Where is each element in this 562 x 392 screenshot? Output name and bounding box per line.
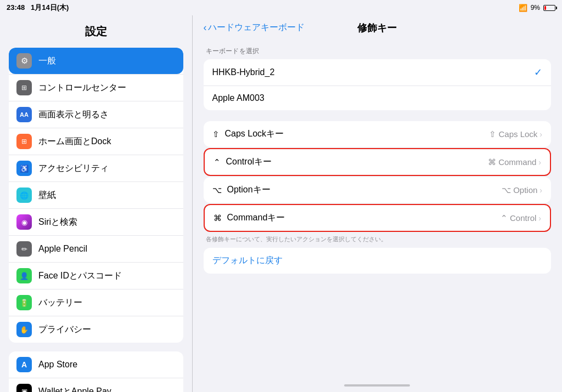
appstore-icon: A xyxy=(16,357,32,372)
sidebar-item-pencil[interactable]: ✏ Apple Pencil xyxy=(9,235,183,262)
modifier-card-control: ⌃ Controlキー ⌘ Command › xyxy=(204,148,552,176)
home-bar xyxy=(344,384,410,387)
content-area: ‹ ハードウェアキーボード 修飾キー キーボードを選択 HHKB-Hybrid_… xyxy=(193,15,563,392)
modifier-card-caps-lock: ⇧ Caps Lockキー ⇧ Caps Lock › xyxy=(204,121,552,147)
sidebar-item-battery[interactable]: 🔋 バッテリー xyxy=(9,289,183,316)
battery-icon xyxy=(543,5,555,11)
sidebar-title: 設定 xyxy=(0,20,192,48)
sidebar-item-wallpaper[interactable]: 🌐 壁紙 xyxy=(9,181,183,208)
sidebar-label-appstore: App Store xyxy=(38,360,77,370)
status-bar: 23:48 1月14日(木) 📶 9% xyxy=(0,0,562,15)
sidebar-item-general[interactable]: ⚙ 一般 xyxy=(9,48,183,74)
keyboard-row-apple[interactable]: Apple AM003 xyxy=(204,86,552,110)
command-current-symbol: ⌃ xyxy=(501,213,508,223)
modifier-row-command[interactable]: ⌘ Commandキー ⌃ Control › xyxy=(205,205,550,231)
battery-percent: 9% xyxy=(531,4,540,12)
sidebar-label-home: ホーム画面とDock xyxy=(38,136,111,147)
caps-lock-label: ⇧ Caps Lockキー xyxy=(212,128,284,140)
caps-lock-value: ⇧ Caps Lock › xyxy=(489,129,542,139)
wallpaper-icon: 🌐 xyxy=(16,188,32,203)
caps-lock-current-symbol: ⇧ xyxy=(489,129,496,139)
sidebar-item-display[interactable]: AA 画面表示と明るさ xyxy=(9,101,183,128)
option-value: ⌥ Option › xyxy=(502,185,542,195)
sidebar-label-display: 画面表示と明るさ xyxy=(38,109,109,121)
status-time: 23:48 1月14日(木) xyxy=(7,3,69,13)
sidebar-item-accessibility[interactable]: ♿ アクセシビリティ xyxy=(9,155,183,181)
control-center-icon: ⊞ xyxy=(16,80,32,95)
sidebar-label-general: 一般 xyxy=(38,55,56,67)
home-indicator xyxy=(193,381,563,392)
checkmark-icon: ✓ xyxy=(534,66,542,78)
modifier-card-option: ⌥ Optionキー ⌥ Option › xyxy=(204,177,552,203)
control-symbol: ⌃ xyxy=(213,157,221,167)
sidebar-label-privacy: プライバシー xyxy=(38,324,91,336)
modifier-row-caps-lock[interactable]: ⇧ Caps Lockキー ⇧ Caps Lock › xyxy=(204,121,552,147)
sidebar-label-pencil: Apple Pencil xyxy=(38,244,87,254)
modifier-row-option[interactable]: ⌥ Optionキー ⌥ Option › xyxy=(204,177,552,203)
sidebar-item-siri[interactable]: ◉ Siriと検索 xyxy=(9,208,183,235)
default-button-label: デフォルトに戻す xyxy=(212,255,283,265)
sidebar-label-faceid: Face IDとパスコード xyxy=(38,270,122,282)
keyboard-hhkb-check: ✓ xyxy=(534,66,542,78)
command-chevron: › xyxy=(538,214,541,223)
sidebar-item-home[interactable]: ⊞ ホーム画面とDock xyxy=(9,128,183,155)
pencil-icon: ✏ xyxy=(16,241,32,257)
control-current-symbol: ⌘ xyxy=(488,157,496,167)
control-label: ⌃ Controlキー xyxy=(213,156,272,168)
sidebar-item-faceid[interactable]: 👤 Face IDとパスコード xyxy=(9,262,183,289)
option-label: ⌥ Optionキー xyxy=(212,184,271,196)
sidebar-item-privacy[interactable]: ✋ プライバシー xyxy=(9,316,183,343)
privacy-icon: ✋ xyxy=(16,322,32,337)
modifier-keys-section: ⇧ Caps Lockキー ⇧ Caps Lock › xyxy=(204,121,552,232)
option-symbol: ⌥ xyxy=(212,185,222,195)
caps-lock-symbol: ⇧ xyxy=(212,129,220,139)
sidebar-label-control-center: コントロールセンター xyxy=(38,82,126,94)
status-indicators: 📶 9% xyxy=(519,4,555,12)
option-current-symbol: ⌥ xyxy=(502,185,511,195)
back-chevron-icon: ‹ xyxy=(204,22,207,33)
sidebar-label-siri: Siriと検索 xyxy=(38,217,77,228)
back-button[interactable]: ‹ ハードウェアキーボード xyxy=(204,22,305,33)
hint-text: 各修飾キーについて、実行したいアクションを選択してください。 xyxy=(204,234,552,248)
siri-icon: ◉ xyxy=(16,214,32,230)
command-symbol: ⌘ xyxy=(213,213,222,223)
sidebar-item-control-center[interactable]: ⊞ コントロールセンター xyxy=(9,74,183,101)
content-body: キーボードを選択 HHKB-Hybrid_2 ✓ Apple AM003 xyxy=(193,38,563,381)
wifi-icon: 📶 xyxy=(519,4,527,12)
keyboard-name-apple: Apple AM003 xyxy=(212,93,265,103)
battery-sidebar-icon: 🔋 xyxy=(16,295,32,310)
sidebar-label-battery: バッテリー xyxy=(38,297,82,309)
page-title: 修飾キー xyxy=(357,22,397,33)
sidebar-item-wallet[interactable]: ▣ WalletとApple Pay xyxy=(9,378,183,392)
keyboard-name-hhkb: HHKB-Hybrid_2 xyxy=(212,67,275,77)
faceid-icon: 👤 xyxy=(16,268,32,283)
nav-header: ‹ ハードウェアキーボード 修飾キー xyxy=(193,15,563,38)
modifier-row-control[interactable]: ⌃ Controlキー ⌘ Command › xyxy=(205,149,550,175)
option-chevron: › xyxy=(539,186,542,195)
wallet-icon: ▣ xyxy=(16,384,32,392)
command-label: ⌘ Commandキー xyxy=(213,212,285,224)
caps-lock-chevron: › xyxy=(539,130,542,139)
control-chevron: › xyxy=(538,158,541,167)
sidebar-label-wallpaper: 壁紙 xyxy=(38,190,56,201)
sidebar-section-1: ⚙ 一般 ⊞ コントロールセンター AA 画面表示と明るさ ⊞ ホーム画面とDo… xyxy=(9,48,183,343)
keyboard-row-hhkb[interactable]: HHKB-Hybrid_2 ✓ xyxy=(204,59,552,86)
back-label: ハードウェアキーボード xyxy=(208,22,305,33)
control-value: ⌘ Command › xyxy=(488,157,541,167)
general-icon: ⚙ xyxy=(16,53,32,69)
sidebar-label-accessibility: アクセシビリティ xyxy=(38,163,109,174)
command-value: ⌃ Control › xyxy=(501,213,541,223)
default-button-card[interactable]: デフォルトに戻す xyxy=(204,248,552,274)
display-icon: AA xyxy=(16,107,32,122)
sidebar: 設定 ⚙ 一般 ⊞ コントロールセンター AA 画面表示と明るさ ⊞ ホーム画面… xyxy=(0,15,192,392)
keyboard-selection-card: HHKB-Hybrid_2 ✓ Apple AM003 xyxy=(204,59,552,110)
accessibility-icon: ♿ xyxy=(16,161,32,176)
sidebar-label-wallet: WalletとApple Pay xyxy=(38,386,111,393)
main-layout: 設定 ⚙ 一般 ⊞ コントロールセンター AA 画面表示と明るさ ⊞ ホーム画面… xyxy=(0,15,562,392)
sidebar-section-2: A App Store ▣ WalletとApple Pay xyxy=(9,351,183,392)
sidebar-item-appstore[interactable]: A App Store xyxy=(9,351,183,378)
keyboard-section-label: キーボードを選択 xyxy=(204,47,552,59)
modifier-card-command: ⌘ Commandキー ⌃ Control › xyxy=(204,204,552,232)
home-icon: ⊞ xyxy=(16,134,32,149)
